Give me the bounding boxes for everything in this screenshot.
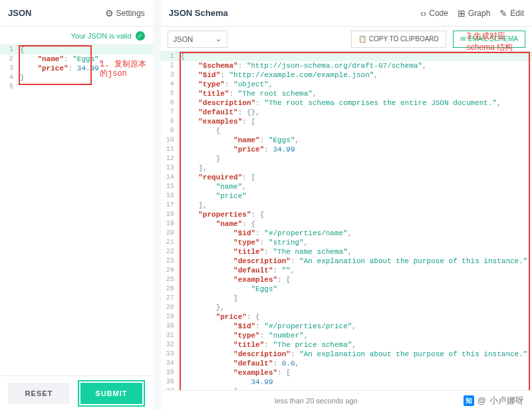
validation-bar: Your JSON is valid ✓ <box>0 27 153 45</box>
submit-highlight: SUBMIT <box>78 380 145 407</box>
timestamp: less than 20 seconds ago <box>275 397 358 405</box>
schema-header: JSON Schema ‹›Code ⊞Graph ✎Edit <box>161 0 532 27</box>
gear-icon: ⚙ <box>105 8 114 19</box>
code-line: 4 "type": "object", <box>161 80 532 89</box>
settings-label: Settings <box>116 9 145 18</box>
code-line: 13 ], <box>161 163 532 173</box>
dropdown-value: JSON <box>174 35 193 43</box>
code-line: 6 "description": "The root schema compri… <box>161 98 532 108</box>
code-line: 9 { <box>161 126 532 136</box>
code-line: 21 "type": "string", <box>161 238 532 247</box>
code-line: 28 }, <box>161 303 532 312</box>
json-title: JSON <box>8 8 31 18</box>
left-panel: JSON ⚙ Settings Your JSON is valid ✓ 1. … <box>0 0 153 410</box>
valid-text: Your JSON is valid <box>71 32 132 40</box>
code-line: 23 "description": "An explanation about … <box>161 256 532 266</box>
code-line: 2 "$schema": "http://json-schema.org/dra… <box>161 61 532 70</box>
copy-button[interactable]: 📋 COPY TO CLIPBOARD <box>351 31 446 48</box>
code-line: 19 "name": { <box>161 219 532 229</box>
bottom-bar: RESET SUBMIT <box>0 375 153 410</box>
check-icon: ✓ <box>136 31 145 41</box>
code-line: 3 "price": 34.99 <box>0 64 153 73</box>
code-line: 36 34.99 <box>161 377 532 387</box>
code-line: 4} <box>0 73 153 82</box>
code-line: 31 "type": "number", <box>161 331 532 340</box>
graph-icon: ⊞ <box>458 8 466 19</box>
code-line: 16 "price" <box>161 191 532 201</box>
code-line: 27 ] <box>161 294 532 303</box>
json-editor[interactable]: 1. 复制原本的json 1{2 "name": "Eggs",3 "price… <box>0 45 153 364</box>
code-line: 18 "properties": { <box>161 210 532 219</box>
schema-footer: less than 20 seconds ago 知 @小卢娜呀 <box>161 390 532 410</box>
code-line: 25 "examples": [ <box>161 275 532 284</box>
code-line: 33 "description": "An explanation about … <box>161 350 532 359</box>
email-button[interactable]: ✉ EMAIL SCHEMA <box>453 31 525 48</box>
code-line: 22 "title": "The name schema", <box>161 247 532 256</box>
submit-button[interactable]: SUBMIT <box>80 383 142 404</box>
code-line: 15 "name", <box>161 182 532 191</box>
edit-icon: ✎ <box>499 8 507 19</box>
edit-tab[interactable]: ✎Edit <box>499 8 524 19</box>
code-line: 26 "Eggs" <box>161 284 532 294</box>
chevron-down-icon: ⌄ <box>215 35 221 43</box>
code-line: 24 "default": "", <box>161 266 532 275</box>
code-line: 17 ], <box>161 201 532 210</box>
code-line: 37 ] <box>161 387 532 390</box>
code-line: 29 "price": { <box>161 312 532 322</box>
header-actions: ‹›Code ⊞Graph ✎Edit <box>420 8 524 19</box>
watermark: 知 @小卢娜呀 <box>464 395 524 407</box>
code-line: 30 "$id": "#/properties/price", <box>161 322 532 331</box>
right-panel: JSON Schema ‹›Code ⊞Graph ✎Edit JSON ⌄ 3… <box>161 0 532 410</box>
schema-title: JSON Schema <box>169 8 228 18</box>
code-line: 7 "default": {}, <box>161 108 532 117</box>
code-line: 11 "price": 34.99 <box>161 145 532 154</box>
settings-button[interactable]: ⚙ Settings <box>105 8 145 19</box>
code-line: 3 "$id": "http://example.com/example.jso… <box>161 70 532 80</box>
schema-editor[interactable]: 1{2 "$schema": "http://json-schema.org/d… <box>161 52 532 390</box>
json-header: JSON ⚙ Settings <box>0 0 153 27</box>
code-icon: ‹› <box>420 8 426 19</box>
code-line: 5 "title": "The root schema", <box>161 89 532 98</box>
code-line: 35 "examples": [ <box>161 368 532 377</box>
code-line: 20 "$id": "#/properties/name", <box>161 229 532 238</box>
code-line: 12 } <box>161 154 532 163</box>
schema-toolbar: JSON ⌄ 3.生成对应 schema 结构 📋 COPY TO CLIPBO… <box>161 27 532 52</box>
code-line: 10 "name": "Eggs", <box>161 136 532 145</box>
code-line: 2 "name": "Eggs", <box>0 54 153 64</box>
code-tab[interactable]: ‹›Code <box>420 8 448 19</box>
format-dropdown[interactable]: JSON ⌄ <box>168 31 227 48</box>
code-line: 1{ <box>161 52 532 61</box>
zhihu-icon: 知 <box>464 395 474 406</box>
code-line: 5 <box>0 82 153 92</box>
code-line: 32 "title": "The price schema", <box>161 340 532 350</box>
code-line: 8 "examples": [ <box>161 117 532 126</box>
reset-button[interactable]: RESET <box>8 383 70 404</box>
code-line: 14 "required": [ <box>161 173 532 182</box>
code-line: 1{ <box>0 45 153 54</box>
code-line: 34 "default": 0.0, <box>161 359 532 368</box>
graph-tab[interactable]: ⊞Graph <box>458 8 490 19</box>
